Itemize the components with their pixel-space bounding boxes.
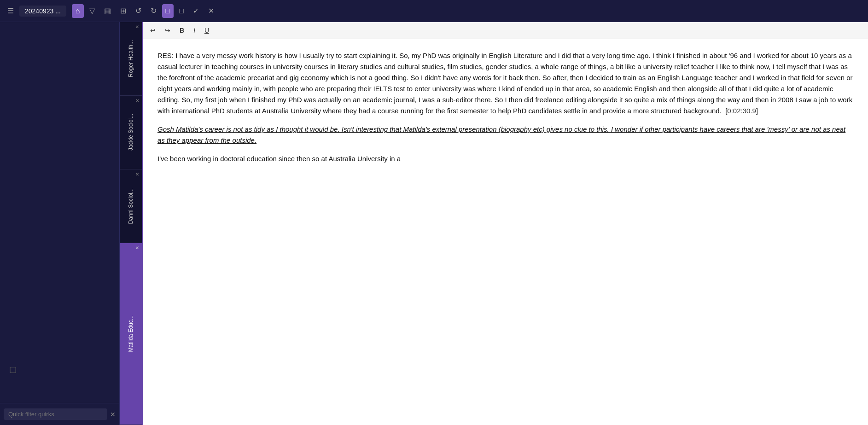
tab-label-roger: Roger Health... (128, 40, 134, 77)
table-button[interactable]: ⊞ (117, 4, 130, 18)
menu-icon: ☰ (7, 6, 14, 15)
editor-bold-button[interactable]: B (176, 25, 188, 36)
tab-danni[interactable]: ✕ Danni Sociol... (120, 169, 142, 243)
editor-toolbar: ↩ ↪ B I U (143, 22, 868, 39)
filter-close-button[interactable]: ✕ (110, 411, 116, 418)
main-area: ☐ Quick filter quirks ✕ ✕ Roger Health..… (0, 22, 868, 425)
editor-undo-icon: ↩ (150, 27, 156, 34)
transcript-paragraph-2: I've been working in doctoral education … (157, 153, 853, 164)
tab-label-matilda: Matilda Educ... (128, 315, 134, 352)
shape-icon: □ (166, 7, 170, 15)
editor-redo-button[interactable]: ↪ (161, 25, 174, 36)
chart-icon: ▦ (104, 6, 111, 15)
close-project-icon: ✕ (208, 6, 214, 15)
home-button[interactable]: ⌂ (72, 4, 84, 18)
tab-jackie[interactable]: ✕ Jackie Sociol... (120, 96, 142, 169)
check-icon: ✓ (193, 6, 199, 15)
tab-matilda[interactable]: ✕ Matilda Educ... (120, 243, 142, 425)
comment-icon: □ (179, 7, 184, 15)
tab-close-matilda[interactable]: ✕ (135, 246, 139, 250)
tab-roger[interactable]: ✕ Roger Health... (120, 22, 142, 96)
redo-icon: ↻ (151, 6, 157, 15)
redo-button[interactable]: ↻ (147, 4, 160, 18)
chart-button[interactable]: ▦ (100, 4, 115, 18)
undo-button[interactable]: ↺ (132, 4, 145, 18)
close-project-button[interactable]: ✕ (204, 4, 218, 18)
editor-italic-button[interactable]: I (190, 25, 199, 36)
quick-filter-input[interactable]: Quick filter quirks (4, 408, 107, 420)
transcript-paragraph-1: RES: I have a very messy work history is… (157, 50, 853, 116)
tabs-panel: ✕ Roger Health... ✕ Jackie Sociol... ✕ D… (120, 22, 143, 425)
shape-button[interactable]: □ (162, 4, 174, 18)
project-name: 20240923 ... (19, 6, 66, 17)
filter-button[interactable]: ▽ (86, 4, 99, 18)
tab-label-danni: Danni Sociol... (128, 188, 134, 224)
comment-button[interactable]: □ (175, 4, 187, 18)
editor-underline-button[interactable]: U (201, 25, 213, 36)
table-icon: ⊞ (120, 6, 126, 15)
timestamp-1: [0:02:30.9] (725, 107, 758, 115)
home-icon: ⌂ (76, 7, 80, 15)
undo-icon: ↺ (135, 6, 141, 15)
editor-content[interactable]: RES: I have a very messy work history is… (143, 39, 868, 425)
left-sidebar: ☐ Quick filter quirks ✕ (0, 22, 120, 425)
filter-icon: ▽ (89, 6, 95, 15)
note-icon[interactable]: ☐ (9, 365, 17, 375)
editor-undo-button[interactable]: ↩ (146, 25, 159, 36)
top-toolbar: ☰ 20240923 ... ⌂ ▽ ▦ ⊞ ↺ ↻ □ □ ✓ ✕ (0, 0, 868, 22)
tab-close-roger[interactable]: ✕ (135, 25, 139, 29)
memo-paragraph: Gosh Matilda's career is not as tidy as … (157, 124, 853, 146)
memo-text: Gosh Matilda's career is not as tidy as … (157, 125, 845, 144)
bold-icon: B (180, 27, 184, 34)
tab-close-jackie[interactable]: ✕ (135, 99, 139, 103)
bottom-filter-bar: Quick filter quirks ✕ (0, 403, 119, 425)
tab-label-jackie: Jackie Sociol... (128, 114, 134, 151)
editor-area: ↩ ↪ B I U RES: I have a very messy work … (143, 22, 868, 425)
italic-icon: I (193, 27, 195, 34)
editor-redo-icon: ↪ (165, 27, 170, 34)
underline-icon: U (204, 27, 209, 34)
menu-button[interactable]: ☰ (4, 4, 17, 18)
tab-close-danni[interactable]: ✕ (135, 172, 139, 177)
check-button[interactable]: ✓ (189, 4, 203, 18)
